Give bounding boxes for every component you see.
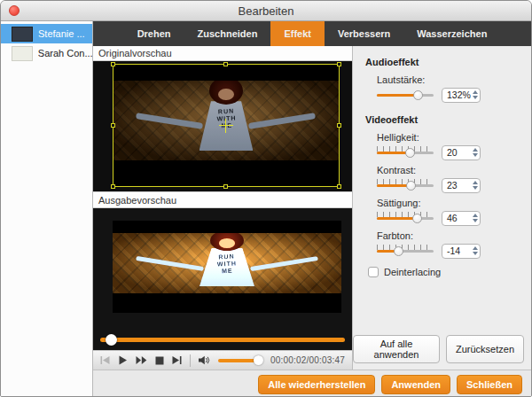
time-display: 00:00:02/00:03:47 xyxy=(270,355,345,365)
previous-frame-button[interactable] xyxy=(100,355,110,365)
audio-effect-heading: Audioeffekt xyxy=(365,57,531,67)
output-video-frame: RUN WITH ME xyxy=(113,221,341,313)
saturation-value-field[interactable]: 46 xyxy=(442,211,481,226)
stop-button[interactable] xyxy=(155,356,164,365)
fast-forward-button[interactable] xyxy=(136,355,147,365)
sidebar-item-label: Sarah Con... xyxy=(38,48,92,58)
skip-back-icon xyxy=(100,355,110,365)
crop-selection-rect[interactable]: RUN WITH ME xyxy=(113,64,340,187)
reset-button[interactable]: Zurücksetzen xyxy=(446,335,524,363)
crop-handle[interactable] xyxy=(337,62,341,66)
apply-button[interactable]: Anwenden xyxy=(381,375,450,394)
edit-dialog-window: Bearbeiten Stefanie ... Sarah Con... Dre… xyxy=(0,0,532,397)
deinterlacing-label: Deinterlacing xyxy=(384,267,441,277)
mute-button[interactable] xyxy=(199,355,210,365)
saturation-slider[interactable] xyxy=(377,211,434,225)
contrast-slider[interactable] xyxy=(377,178,434,192)
output-preview: RUN WITH ME xyxy=(93,208,352,350)
video-thumbnail xyxy=(12,46,33,61)
slider-knob[interactable] xyxy=(413,90,423,100)
apply-to-all-button[interactable]: Auf alle anwenden xyxy=(353,335,440,363)
sidebar-item-label: Stefanie ... xyxy=(38,28,85,39)
slider-knob[interactable] xyxy=(405,148,415,158)
footer-bar: Alle wiederherstellen Anwenden Schließen xyxy=(93,370,531,397)
deinterlacing-option[interactable]: Deinterlacing xyxy=(368,267,531,277)
tab-zuschneiden[interactable]: Zuschneiden xyxy=(184,21,271,46)
hue-value-field[interactable]: -14 xyxy=(442,244,481,259)
figure-right-arm xyxy=(248,113,316,129)
title-bar: Bearbeiten xyxy=(1,1,531,21)
window-close-button[interactable] xyxy=(9,5,20,16)
deinterlacing-checkbox[interactable] xyxy=(368,267,379,277)
original-preview-label: Originalvorschau xyxy=(93,46,352,61)
figure-left-arm xyxy=(136,113,203,129)
slider-knob[interactable] xyxy=(412,214,422,223)
crop-handle[interactable] xyxy=(111,123,115,128)
hue-control: Farbton: -14 xyxy=(377,230,531,258)
crop-handle[interactable] xyxy=(337,184,341,189)
transport-divider xyxy=(190,354,191,367)
figure-face xyxy=(219,238,235,247)
tab-verbessern[interactable]: Verbessern xyxy=(325,21,403,46)
slider-knob[interactable] xyxy=(406,181,416,191)
hue-label: Farbton: xyxy=(377,230,531,241)
skip-forward-icon xyxy=(172,355,182,365)
close-button[interactable]: Schließen xyxy=(457,375,522,394)
crop-handle[interactable] xyxy=(111,184,115,189)
crop-handle[interactable] xyxy=(337,123,341,128)
stepper-icon[interactable] xyxy=(471,89,480,102)
stop-icon xyxy=(155,356,164,365)
video-effect-heading: Videoeffekt xyxy=(365,114,531,125)
video-list-sidebar: Stefanie ... Sarah Con... xyxy=(1,21,93,397)
effects-panel: Audioeffekt Lautstärke: 132% xyxy=(352,46,531,370)
tab-wasserzeichen[interactable]: Wasserzeichen xyxy=(403,21,500,46)
brightness-slider[interactable] xyxy=(377,145,434,160)
original-preview: RUN WITH ME xyxy=(93,61,352,191)
stepper-icon[interactable] xyxy=(470,179,480,192)
crop-center-crosshair xyxy=(219,119,233,133)
hue-slider[interactable] xyxy=(377,244,434,258)
restore-all-button[interactable]: Alle wiederherstellen xyxy=(258,375,375,394)
brightness-label: Helligkeit: xyxy=(377,132,531,143)
sidebar-item-stefanie[interactable]: Stefanie ... xyxy=(1,24,92,43)
contrast-control: Kontrast: 23 xyxy=(377,165,531,192)
speaker-icon xyxy=(199,355,210,365)
seek-bar[interactable] xyxy=(100,338,345,342)
slider-knob[interactable] xyxy=(394,246,403,256)
next-frame-button[interactable] xyxy=(172,355,182,365)
tab-drehen[interactable]: Drehen xyxy=(124,21,184,46)
brightness-control: Helligkeit: 20 xyxy=(377,132,531,160)
volume-label: Lautstärke: xyxy=(377,74,531,85)
volume-value-field[interactable]: 132% xyxy=(442,88,481,103)
play-icon xyxy=(118,355,128,365)
window-title: Bearbeiten xyxy=(239,4,294,18)
tab-effekt[interactable]: Effekt xyxy=(270,21,325,46)
volume-effect-slider[interactable] xyxy=(377,88,434,102)
volume-control: Lautstärke: 132% xyxy=(377,74,531,102)
brightness-value-field[interactable]: 20 xyxy=(442,145,481,160)
crop-handle[interactable] xyxy=(111,62,115,66)
video-thumbnail xyxy=(12,27,33,42)
crop-handle[interactable] xyxy=(223,184,228,189)
contrast-value-field[interactable]: 23 xyxy=(442,178,481,193)
output-preview-label: Ausgabevorschau xyxy=(93,191,352,208)
saturation-label: Sättigung: xyxy=(377,198,531,208)
contrast-label: Kontrast: xyxy=(377,165,531,175)
seek-knob[interactable] xyxy=(106,334,117,346)
tab-bar: Drehen Zuschneiden Effekt Verbessern Was… xyxy=(93,21,531,46)
stepper-icon[interactable] xyxy=(470,245,480,258)
crop-handle[interactable] xyxy=(223,62,228,66)
figure-left-arm xyxy=(136,256,204,272)
stepper-icon[interactable] xyxy=(470,146,480,160)
shirt-text: RUN WITH ME xyxy=(199,252,254,276)
volume-knob[interactable] xyxy=(254,355,263,365)
fast-forward-icon xyxy=(136,355,147,365)
figure-right-arm xyxy=(250,256,318,272)
volume-slider[interactable] xyxy=(218,359,262,362)
stepper-icon[interactable] xyxy=(470,212,480,225)
preview-column: Originalvorschau RUN W xyxy=(93,46,352,370)
saturation-control: Sättigung: 46 xyxy=(377,198,531,225)
playback-controls: 00:00:02/00:03:47 xyxy=(93,350,352,370)
play-button[interactable] xyxy=(118,355,128,365)
sidebar-item-sarah[interactable]: Sarah Con... xyxy=(1,43,92,63)
